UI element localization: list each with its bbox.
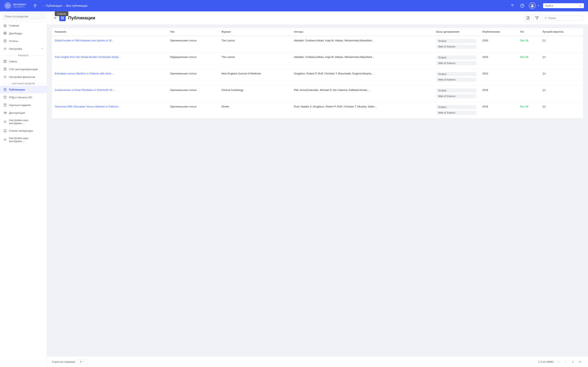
publications-icon (3, 88, 7, 91)
citation-badge: Scopus (436, 105, 476, 109)
sidebar-search-input[interactable] (2, 13, 44, 19)
pin-icon[interactable] (32, 2, 38, 9)
logo-area: SECHENOV UNIVERSITY (4, 2, 29, 9)
quartile-badge: Q1 (542, 39, 546, 42)
publication-year-4: 2016 (479, 102, 517, 119)
publication-title-3[interactable]: Cardioversion of Atrial Fibrillation in … (55, 89, 116, 92)
quartile-badge: Q1 (542, 55, 546, 58)
svg-point-44 (545, 17, 546, 18)
page-info: 1-5 из 39983 (538, 360, 554, 363)
publication-title-2[interactable]: Edoxaban versus Warfarin in Patients wit… (55, 72, 114, 75)
export-button[interactable] (524, 14, 532, 22)
citation-badge: Scopus (436, 89, 476, 92)
publication-quartile-0: Q1 (539, 36, 583, 53)
sidebar-item-publications[interactable]: Публикации (0, 86, 47, 93)
tooltip-badge: Список (55, 11, 68, 16)
sidebar-item-reports[interactable]: Отчеты (0, 37, 47, 45)
table-row: Outcomes With Edoxaban Versus Warfarin i… (52, 102, 583, 119)
publications-table: Название Тип Журнал Авторы Базы цитирова… (52, 28, 583, 118)
rows-select[interactable]: 5 (78, 359, 87, 364)
logo-text: SECHENOV UNIVERSITY (13, 3, 26, 8)
page-title: Публикации (68, 15, 522, 21)
svg-rect-41 (61, 18, 62, 19)
publication-journal-3: Clinical Cardiology (219, 86, 291, 102)
global-search-box[interactable] (543, 3, 584, 8)
sidebar-item-bibliography[interactable]: Списки литературы (0, 127, 47, 134)
filter-button[interactable] (533, 14, 541, 22)
col-title: Название (52, 28, 167, 36)
publication-title-1[interactable]: Five insights from the Global Burden of … (55, 55, 121, 58)
sidebar-item-budgets-label: Сметы (9, 60, 17, 63)
filters-icon[interactable] (509, 2, 516, 9)
publications-search-box[interactable] (542, 16, 583, 21)
citation-badge: Scopus (436, 72, 476, 76)
budgets-icon (3, 59, 7, 63)
table-body: Global burden of 369 diseases and injuri… (52, 36, 583, 118)
publication-citations-4: ScopusWeb of Science (433, 102, 479, 119)
top-badge: Топ 10 (520, 55, 528, 58)
rid-icon (3, 95, 7, 99)
sidebar-item-budgets[interactable]: Сметы (0, 58, 47, 65)
logo-icon (4, 2, 11, 9)
sidebar-item-publications-label: Публикации (9, 88, 25, 91)
sidebar-item-sci-settings1-label: Настройки науч. инструмен… (9, 119, 43, 125)
sidebar-item-accounting[interactable]: Учёт расходов/доходов (0, 65, 47, 73)
global-search-input[interactable] (545, 4, 577, 7)
publication-top-2 (517, 69, 539, 86)
prev-page-button[interactable] (563, 359, 568, 365)
col-citations: Базы цитирования (433, 28, 479, 36)
publication-type-0: Оригинальная статья (167, 36, 219, 53)
svg-rect-39 (63, 17, 64, 18)
sci-settings2-icon (3, 138, 7, 142)
last-page-button[interactable] (577, 359, 583, 365)
table-header: Название Тип Журнал Авторы Базы цитирова… (52, 28, 583, 36)
table-container: Название Тип Журнал Авторы Базы цитирова… (47, 25, 588, 356)
pub-search-icon (545, 17, 547, 19)
table-row: Cardioversion of Atrial Fibrillation in … (52, 86, 583, 102)
next-page-button[interactable] (570, 359, 576, 365)
breadcrumb-publications[interactable]: Публикации (46, 4, 62, 7)
publications-search-input[interactable] (548, 17, 581, 20)
avatar (529, 2, 536, 9)
user-menu[interactable] (529, 2, 540, 9)
dissertations-icon (3, 111, 7, 115)
publication-quartile-3: Q1 (539, 86, 583, 102)
app-body: Главная Дашборды Отчеты Настройки FINANC… (0, 11, 588, 367)
col-journal: Журнал (219, 28, 291, 36)
publication-title-0[interactable]: Global burden of 369 diseases and injuri… (55, 39, 114, 42)
sidebar-item-sci-settings2[interactable]: Настройки науч. инструмен… (0, 134, 47, 145)
search-icon (579, 4, 582, 7)
sidebar-item-home[interactable]: Главная (0, 22, 47, 29)
sidebar-item-journals[interactable]: Научные издания (0, 101, 47, 109)
sidebar-item-home-label: Главная (9, 24, 19, 27)
sidebar-item-settings[interactable]: Настройки (0, 45, 47, 53)
help-icon[interactable] (519, 2, 526, 9)
publication-type-3: Оригинальная статья (167, 86, 219, 102)
first-page-button[interactable] (555, 359, 561, 365)
sidebar-item-dashboards[interactable]: Дашборды (0, 29, 47, 37)
publication-year-1: 2020 (479, 53, 517, 69)
sidebar-item-rid[interactable]: РИД и объекты ИС (0, 93, 47, 101)
breadcrumb-sep-2: › (63, 4, 65, 7)
publication-citations-0: ScopusWeb of Science (433, 36, 479, 53)
svg-line-45 (546, 18, 547, 19)
col-authors: Авторы (291, 28, 433, 36)
sidebar-item-dashboards-label: Дашборды (9, 32, 22, 35)
publication-title-4[interactable]: Outcomes With Edoxaban Versus Warfarin i… (55, 105, 121, 108)
sidebar-item-sci-settings1[interactable]: Настройки науч. инструмен… (0, 117, 47, 127)
publication-top-3 (517, 86, 539, 102)
citation-badge: Web of Science (436, 61, 476, 65)
quartile-badge: Q1 (542, 72, 546, 75)
dashboard-icon (3, 31, 7, 35)
citation-badge: Web of Science (436, 111, 476, 115)
breadcrumb-all-publications[interactable]: Все публикации (66, 4, 87, 7)
sci-settings1-icon (3, 120, 7, 124)
page-navigation: 1-5 из 39983 (538, 359, 583, 365)
publication-top-4: Топ 10 (517, 102, 539, 119)
sidebar-item-dissertations-label: Диссертации (9, 111, 25, 114)
sidebar-item-finance-settings[interactable]: Настройки финансов (0, 73, 47, 81)
publication-journal-2: New England Journal of Medicine (219, 69, 291, 86)
sidebar-item-dissertations[interactable]: Диссертации (0, 109, 47, 117)
svg-rect-38 (61, 17, 62, 18)
reports-icon (3, 39, 7, 43)
